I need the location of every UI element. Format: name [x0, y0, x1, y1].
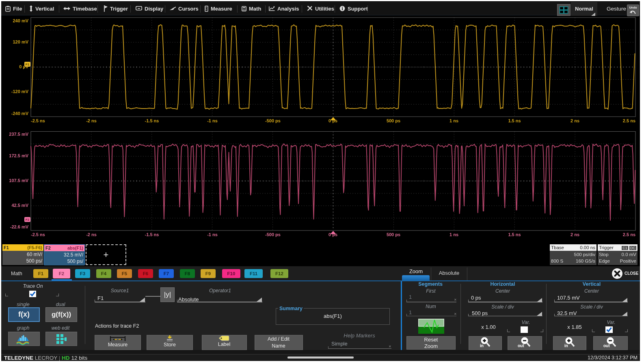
svg-text:out: out	[518, 343, 524, 348]
svg-text:out: out	[603, 343, 610, 348]
svg-text:in: in	[564, 343, 568, 348]
svg-text:in: in	[480, 343, 484, 348]
